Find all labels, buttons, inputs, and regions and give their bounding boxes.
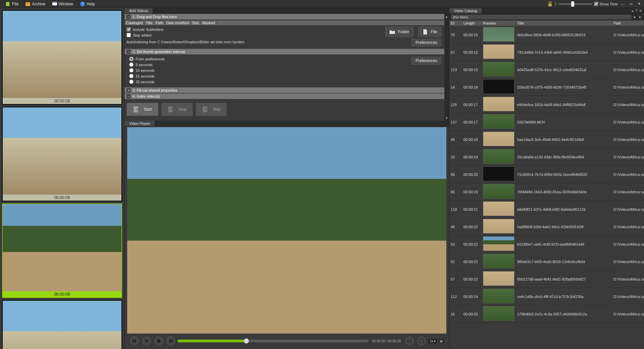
interval-10s[interactable]: 10 seconds <box>127 67 442 73</box>
row-length: 00:00:15 <box>462 50 482 54</box>
row-title: 5ad9864f-b2bf-4a62-84ce-42bb5f26103f <box>516 225 612 229</box>
preferences-button-2[interactable]: Preferences <box>410 56 442 65</box>
panel-scroll[interactable]: ▴▾ <box>444 14 449 121</box>
minimize-button[interactable]: — <box>620 2 626 6</box>
catalog-row[interactable]: 112 00:00:24 ce4c1d0b-c8c0-4fff-87c3-b73… <box>449 288 644 305</box>
row-title: d4d48f11-637c-4d08-b9f2-6a9ebe80112d <box>516 207 612 211</box>
start-button[interactable]: Start <box>127 103 158 116</box>
fullscreen-button[interactable] <box>416 336 427 346</box>
filter-dropdown[interactable]: ▾ <box>632 15 637 19</box>
catalog-row[interactable]: 23 00:00:19 25ca8a9d-e132-43dc-85fa-f8c6… <box>449 148 644 166</box>
filter-menu[interactable]: ▾ <box>637 15 643 19</box>
interval-20s[interactable]: 20 seconds <box>127 79 442 85</box>
catalog-row[interactable]: 81 00:00:22 980a53c7-b5f3-4ea0-8018-12e6… <box>449 253 644 270</box>
maximize-button[interactable]: ▭ <box>628 2 634 6</box>
thumbnail-card[interactable]: 00:00:06 <box>2 10 122 105</box>
preferences-button-1[interactable]: Preferences <box>410 38 442 47</box>
row-preview <box>483 149 514 164</box>
interval-from-prefs[interactable]: From preferences <box>127 56 442 62</box>
collapse-icon: − <box>127 50 131 54</box>
col-path[interactable]: Path <box>612 20 644 26</box>
help-icon: ? <box>80 1 85 7</box>
volume-button[interactable]: ◉ <box>438 339 444 343</box>
zoom-slider[interactable] <box>558 3 592 5</box>
snapshot-button[interactable] <box>404 336 415 346</box>
catalog-row[interactable]: 137 00:00:17 DSCN0089.MOV D:\Videos\Afri… <box>449 113 644 131</box>
catalog-row[interactable]: 65 00:00:20 70f4849d-16b3-4093-81ea-3320… <box>449 183 644 201</box>
expand-icon: + <box>127 88 131 92</box>
row-title: 5ae1dac5-3cfc-49d0-8452-4e4c9f2169df <box>516 138 612 142</box>
section-3-header[interactable]: +3. Fill out shared properties <box>125 87 444 93</box>
menu-window[interactable]: Window <box>49 1 77 7</box>
row-length: 00:00:15 <box>462 68 482 72</box>
catalog-row[interactable]: 48 00:00:22 5ad9864f-b2bf-4a62-84ce-42bb… <box>449 218 644 236</box>
row-id: 57 <box>449 277 462 281</box>
thumbnail-card[interactable]: 00:00:10 <box>2 300 122 349</box>
row-length: 00:00:15 <box>462 33 482 37</box>
progress-bar[interactable] <box>178 340 368 342</box>
stop-button[interactable]: Stop <box>161 103 193 116</box>
show-time-toggle[interactable]: Show Time <box>594 1 618 7</box>
row-path: D:\Videos\Africa sa <box>612 260 644 264</box>
next-button[interactable] <box>165 336 176 346</box>
thumbnail-strip[interactable]: 00:00:0600:00:0800:00:0900:00:10 <box>0 8 124 349</box>
col-length[interactable]: Length <box>462 20 482 26</box>
interval-15s[interactable]: 15 seconds <box>127 73 442 79</box>
catalog-row[interactable]: 118 00:00:21 d4d48f11-637c-4d08-b9f2-6a9… <box>449 201 644 218</box>
section-1-header[interactable]: −1. Drag and Drop files here <box>125 14 444 20</box>
catalog-headers[interactable]: ID Length Preview Title Path <box>449 20 644 26</box>
file-button[interactable]: File <box>417 26 442 38</box>
drop-col[interactable]: Date modified <box>165 20 191 25</box>
tab-video-catalog[interactable]: Video Catalog <box>449 8 482 13</box>
drop-col[interactable]: Path <box>154 20 165 25</box>
row-path: D:\Videos\Africa sa <box>612 68 644 72</box>
catalog-row[interactable]: 123 00:00:15 e0425ad8-537b-41cc-9512-a3e… <box>449 61 644 79</box>
stop-button-player[interactable] <box>153 336 164 346</box>
catalog-row[interactable]: 75 00:00:15 8efcd8ce-0856-4b48-b200-b865… <box>449 26 644 44</box>
lock-icon[interactable] <box>548 1 552 7</box>
drop-col[interactable]: Masked <box>201 20 217 25</box>
skip-icon <box>202 106 209 113</box>
drop-col[interactable]: Cataloged <box>125 20 144 25</box>
section-4-header[interactable]: −4. Index video(s) <box>125 93 444 99</box>
skip-button[interactable]: Skip <box>196 103 227 116</box>
filter-input[interactable] <box>451 14 632 20</box>
file-icon <box>422 29 428 35</box>
drop-col[interactable]: Title <box>144 20 154 25</box>
interval-5s[interactable]: 5 seconds <box>127 62 442 67</box>
svg-point-22 <box>409 341 410 342</box>
catalog-row[interactable]: 14 00:00:16 155e3576-c875-4088-b036-7183… <box>449 79 644 96</box>
col-id[interactable]: ID <box>449 20 462 26</box>
panel-left[interactable]: ◂ <box>630 8 635 13</box>
col-title[interactable]: Title <box>516 20 612 26</box>
catalog-row[interactable]: 57 00:00:22 650127d0-aeaf-4041-8e01-92fa… <box>449 270 644 288</box>
section-2-header[interactable]: −2. Set thumb generation interval <box>125 49 444 55</box>
video-frame[interactable] <box>127 127 446 334</box>
collapse-icon: − <box>127 15 131 19</box>
catalog-row[interactable]: 16 00:00:25 1790d0b3-2e2c-4c3a-9357-d42b… <box>449 305 644 323</box>
row-preview <box>483 289 514 303</box>
menu-archive[interactable]: Archive <box>22 1 49 7</box>
menu-file[interactable]: File <box>2 1 22 7</box>
speed-selector[interactable]: 1x▾ <box>428 339 437 343</box>
panel-close[interactable]: ✕ <box>638 8 643 13</box>
catalog-body[interactable]: 75 00:00:15 8efcd8ce-0856-4b48-b200-b865… <box>449 26 644 349</box>
catalog-row[interactable]: 53 00:00:22 6153f0e7-cb81-4cf0-921f-ead8… <box>449 236 644 253</box>
catalog-row[interactable]: 66 00:00:20 71c56814-7b7d-409d-932d-2eee… <box>449 166 644 183</box>
thumbnail-card[interactable]: 00:00:09 <box>2 203 122 298</box>
catalog-row[interactable]: 125 00:00:17 e90de9ce-1819-4a06-bbb1-84f… <box>449 96 644 113</box>
prev-button[interactable] <box>129 336 140 346</box>
drop-col[interactable]: Size <box>191 20 201 25</box>
close-button[interactable]: ✕ <box>636 2 642 6</box>
folder-button[interactable]: Folder <box>384 26 414 38</box>
tab-video-player[interactable]: Video Player <box>125 121 155 126</box>
thumbnail-card[interactable]: 00:00:08 <box>2 107 122 201</box>
play-button[interactable] <box>141 336 152 346</box>
catalog-row[interactable]: 67 00:00:15 731cb88d-7e13-43b6-a842-4906… <box>449 44 644 61</box>
collapse-icon: − <box>127 94 131 98</box>
video-catalog-panel: Video Catalog ◂3✕ ▾ ▾ ID Length Preview … <box>449 8 644 349</box>
menu-help[interactable]: ? Help <box>77 1 98 7</box>
catalog-row[interactable]: 49 00:00:18 5ae1dac5-3cfc-49d0-8452-4e4c… <box>449 131 644 148</box>
col-preview[interactable]: Preview <box>482 20 516 26</box>
tab-add-videos[interactable]: Add Videos <box>125 8 153 13</box>
